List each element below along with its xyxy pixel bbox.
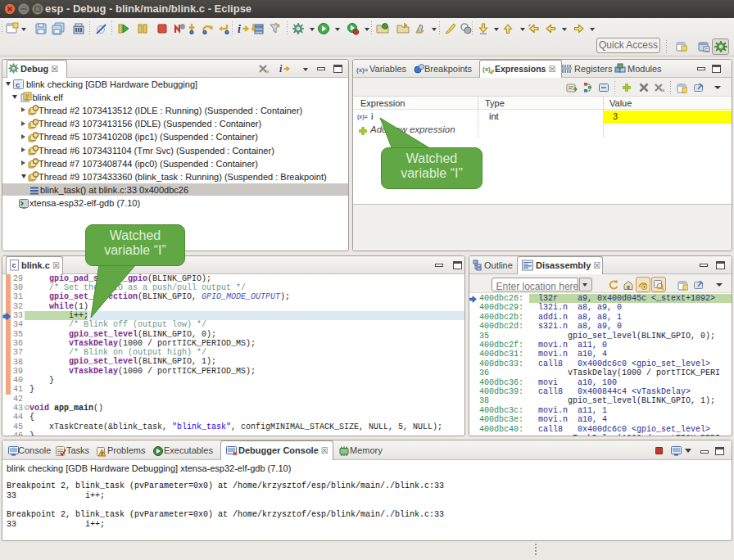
svg-text:C: C (705, 47, 709, 52)
svg-text:(x)=: (x)= (357, 114, 368, 120)
svg-text:i: i (279, 63, 283, 75)
svg-text:c: c (12, 261, 16, 269)
svg-text:(x)=: (x)= (356, 66, 368, 74)
svg-text:c: c (16, 80, 20, 89)
svg-text:i: i (238, 23, 241, 35)
svg-text:(x): (x) (483, 65, 491, 73)
